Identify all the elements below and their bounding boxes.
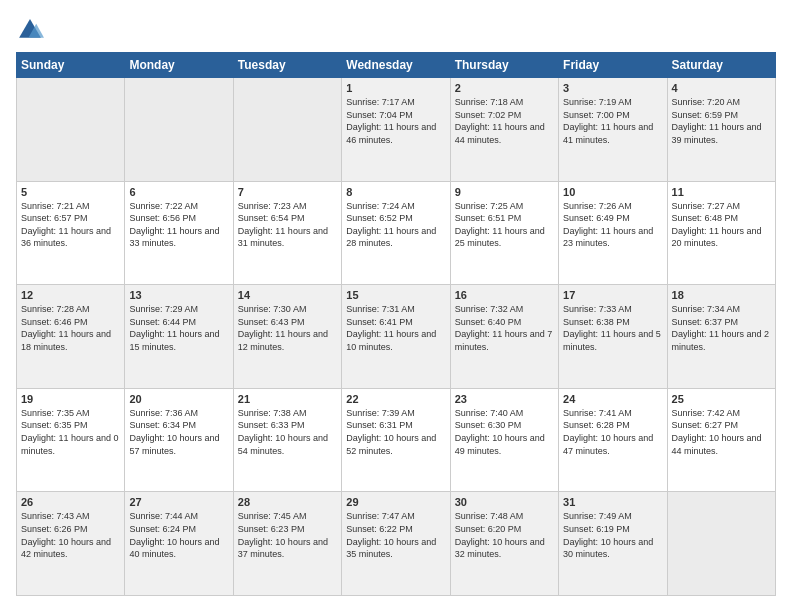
- calendar-day-cell: 18Sunrise: 7:34 AM Sunset: 6:37 PM Dayli…: [667, 285, 775, 389]
- day-number: 29: [346, 496, 445, 508]
- calendar-body: 1Sunrise: 7:17 AM Sunset: 7:04 PM Daylig…: [17, 78, 776, 596]
- calendar-header-cell: Sunday: [17, 53, 125, 78]
- day-number: 6: [129, 186, 228, 198]
- day-number: 4: [672, 82, 771, 94]
- calendar-day-cell: 22Sunrise: 7:39 AM Sunset: 6:31 PM Dayli…: [342, 388, 450, 492]
- day-info: Sunrise: 7:33 AM Sunset: 6:38 PM Dayligh…: [563, 303, 662, 353]
- calendar-day-cell: 15Sunrise: 7:31 AM Sunset: 6:41 PM Dayli…: [342, 285, 450, 389]
- day-number: 23: [455, 393, 554, 405]
- calendar-day-cell: [667, 492, 775, 596]
- day-info: Sunrise: 7:41 AM Sunset: 6:28 PM Dayligh…: [563, 407, 662, 457]
- logo-icon: [16, 16, 44, 44]
- calendar-day-cell: 30Sunrise: 7:48 AM Sunset: 6:20 PM Dayli…: [450, 492, 558, 596]
- logo: [16, 16, 48, 44]
- day-info: Sunrise: 7:47 AM Sunset: 6:22 PM Dayligh…: [346, 510, 445, 560]
- day-number: 26: [21, 496, 120, 508]
- day-info: Sunrise: 7:18 AM Sunset: 7:02 PM Dayligh…: [455, 96, 554, 146]
- day-info: Sunrise: 7:45 AM Sunset: 6:23 PM Dayligh…: [238, 510, 337, 560]
- day-info: Sunrise: 7:22 AM Sunset: 6:56 PM Dayligh…: [129, 200, 228, 250]
- day-info: Sunrise: 7:40 AM Sunset: 6:30 PM Dayligh…: [455, 407, 554, 457]
- day-number: 15: [346, 289, 445, 301]
- day-info: Sunrise: 7:32 AM Sunset: 6:40 PM Dayligh…: [455, 303, 554, 353]
- calendar-day-cell: 25Sunrise: 7:42 AM Sunset: 6:27 PM Dayli…: [667, 388, 775, 492]
- calendar-week-row: 1Sunrise: 7:17 AM Sunset: 7:04 PM Daylig…: [17, 78, 776, 182]
- day-info: Sunrise: 7:29 AM Sunset: 6:44 PM Dayligh…: [129, 303, 228, 353]
- calendar-header-cell: Friday: [559, 53, 667, 78]
- calendar-day-cell: 7Sunrise: 7:23 AM Sunset: 6:54 PM Daylig…: [233, 181, 341, 285]
- calendar-header-cell: Saturday: [667, 53, 775, 78]
- day-number: 14: [238, 289, 337, 301]
- day-info: Sunrise: 7:21 AM Sunset: 6:57 PM Dayligh…: [21, 200, 120, 250]
- day-info: Sunrise: 7:34 AM Sunset: 6:37 PM Dayligh…: [672, 303, 771, 353]
- day-number: 31: [563, 496, 662, 508]
- day-info: Sunrise: 7:48 AM Sunset: 6:20 PM Dayligh…: [455, 510, 554, 560]
- calendar-header: SundayMondayTuesdayWednesdayThursdayFrid…: [17, 53, 776, 78]
- calendar-week-row: 26Sunrise: 7:43 AM Sunset: 6:26 PM Dayli…: [17, 492, 776, 596]
- calendar-week-row: 19Sunrise: 7:35 AM Sunset: 6:35 PM Dayli…: [17, 388, 776, 492]
- day-info: Sunrise: 7:19 AM Sunset: 7:00 PM Dayligh…: [563, 96, 662, 146]
- calendar-day-cell: 17Sunrise: 7:33 AM Sunset: 6:38 PM Dayli…: [559, 285, 667, 389]
- calendar-day-cell: 9Sunrise: 7:25 AM Sunset: 6:51 PM Daylig…: [450, 181, 558, 285]
- day-info: Sunrise: 7:36 AM Sunset: 6:34 PM Dayligh…: [129, 407, 228, 457]
- calendar-day-cell: 26Sunrise: 7:43 AM Sunset: 6:26 PM Dayli…: [17, 492, 125, 596]
- day-number: 12: [21, 289, 120, 301]
- calendar-day-cell: 11Sunrise: 7:27 AM Sunset: 6:48 PM Dayli…: [667, 181, 775, 285]
- day-info: Sunrise: 7:25 AM Sunset: 6:51 PM Dayligh…: [455, 200, 554, 250]
- calendar-day-cell: 12Sunrise: 7:28 AM Sunset: 6:46 PM Dayli…: [17, 285, 125, 389]
- calendar-day-cell: 31Sunrise: 7:49 AM Sunset: 6:19 PM Dayli…: [559, 492, 667, 596]
- day-number: 24: [563, 393, 662, 405]
- day-info: Sunrise: 7:28 AM Sunset: 6:46 PM Dayligh…: [21, 303, 120, 353]
- calendar-week-row: 12Sunrise: 7:28 AM Sunset: 6:46 PM Dayli…: [17, 285, 776, 389]
- calendar-table: SundayMondayTuesdayWednesdayThursdayFrid…: [16, 52, 776, 596]
- calendar-day-cell: 3Sunrise: 7:19 AM Sunset: 7:00 PM Daylig…: [559, 78, 667, 182]
- calendar-day-cell: 24Sunrise: 7:41 AM Sunset: 6:28 PM Dayli…: [559, 388, 667, 492]
- calendar-day-cell: 29Sunrise: 7:47 AM Sunset: 6:22 PM Dayli…: [342, 492, 450, 596]
- day-number: 5: [21, 186, 120, 198]
- day-info: Sunrise: 7:26 AM Sunset: 6:49 PM Dayligh…: [563, 200, 662, 250]
- calendar-day-cell: 4Sunrise: 7:20 AM Sunset: 6:59 PM Daylig…: [667, 78, 775, 182]
- day-info: Sunrise: 7:23 AM Sunset: 6:54 PM Dayligh…: [238, 200, 337, 250]
- calendar-day-cell: 13Sunrise: 7:29 AM Sunset: 6:44 PM Dayli…: [125, 285, 233, 389]
- calendar-header-cell: Monday: [125, 53, 233, 78]
- day-info: Sunrise: 7:35 AM Sunset: 6:35 PM Dayligh…: [21, 407, 120, 457]
- calendar-day-cell: 21Sunrise: 7:38 AM Sunset: 6:33 PM Dayli…: [233, 388, 341, 492]
- calendar-day-cell: 2Sunrise: 7:18 AM Sunset: 7:02 PM Daylig…: [450, 78, 558, 182]
- day-number: 10: [563, 186, 662, 198]
- calendar-day-cell: 14Sunrise: 7:30 AM Sunset: 6:43 PM Dayli…: [233, 285, 341, 389]
- day-number: 17: [563, 289, 662, 301]
- day-info: Sunrise: 7:44 AM Sunset: 6:24 PM Dayligh…: [129, 510, 228, 560]
- day-number: 21: [238, 393, 337, 405]
- day-info: Sunrise: 7:31 AM Sunset: 6:41 PM Dayligh…: [346, 303, 445, 353]
- day-number: 19: [21, 393, 120, 405]
- day-number: 13: [129, 289, 228, 301]
- day-info: Sunrise: 7:43 AM Sunset: 6:26 PM Dayligh…: [21, 510, 120, 560]
- calendar-day-cell: 6Sunrise: 7:22 AM Sunset: 6:56 PM Daylig…: [125, 181, 233, 285]
- calendar-header-cell: Tuesday: [233, 53, 341, 78]
- day-info: Sunrise: 7:39 AM Sunset: 6:31 PM Dayligh…: [346, 407, 445, 457]
- day-number: 16: [455, 289, 554, 301]
- calendar-day-cell: [233, 78, 341, 182]
- calendar-day-cell: [17, 78, 125, 182]
- day-info: Sunrise: 7:38 AM Sunset: 6:33 PM Dayligh…: [238, 407, 337, 457]
- calendar-day-cell: 5Sunrise: 7:21 AM Sunset: 6:57 PM Daylig…: [17, 181, 125, 285]
- day-info: Sunrise: 7:27 AM Sunset: 6:48 PM Dayligh…: [672, 200, 771, 250]
- day-number: 9: [455, 186, 554, 198]
- calendar-day-cell: 16Sunrise: 7:32 AM Sunset: 6:40 PM Dayli…: [450, 285, 558, 389]
- header-row: SundayMondayTuesdayWednesdayThursdayFrid…: [17, 53, 776, 78]
- calendar-day-cell: 1Sunrise: 7:17 AM Sunset: 7:04 PM Daylig…: [342, 78, 450, 182]
- calendar-day-cell: [125, 78, 233, 182]
- day-number: 28: [238, 496, 337, 508]
- calendar-day-cell: 28Sunrise: 7:45 AM Sunset: 6:23 PM Dayli…: [233, 492, 341, 596]
- calendar-day-cell: 27Sunrise: 7:44 AM Sunset: 6:24 PM Dayli…: [125, 492, 233, 596]
- calendar-day-cell: 20Sunrise: 7:36 AM Sunset: 6:34 PM Dayli…: [125, 388, 233, 492]
- day-number: 1: [346, 82, 445, 94]
- header: [16, 16, 776, 44]
- day-number: 8: [346, 186, 445, 198]
- day-number: 25: [672, 393, 771, 405]
- day-number: 20: [129, 393, 228, 405]
- day-info: Sunrise: 7:20 AM Sunset: 6:59 PM Dayligh…: [672, 96, 771, 146]
- calendar-day-cell: 10Sunrise: 7:26 AM Sunset: 6:49 PM Dayli…: [559, 181, 667, 285]
- day-number: 7: [238, 186, 337, 198]
- day-number: 18: [672, 289, 771, 301]
- calendar-day-cell: 23Sunrise: 7:40 AM Sunset: 6:30 PM Dayli…: [450, 388, 558, 492]
